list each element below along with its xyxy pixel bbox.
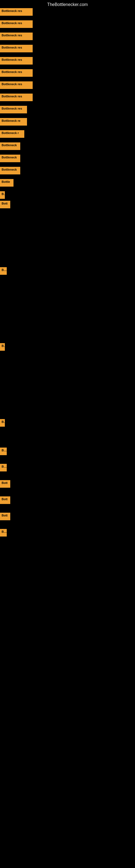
bottleneck-button-11[interactable]: Bottleneck r [0, 130, 24, 138]
bottleneck-button-21[interactable]: Bo [0, 447, 7, 455]
bottleneck-button-1[interactable]: Bottleneck res [0, 8, 33, 16]
bottleneck-button-9[interactable]: Bottleneck res [0, 106, 27, 113]
bottleneck-button-3[interactable]: Bottleneck res [0, 33, 33, 40]
bottleneck-button-25[interactable]: Bott [0, 513, 10, 520]
bottleneck-button-19[interactable]: B [0, 343, 5, 351]
bottleneck-button-6[interactable]: Bottleneck res [0, 69, 33, 77]
bottleneck-button-2[interactable]: Bottleneck res [0, 20, 33, 28]
bottleneck-button-17[interactable]: Bott [0, 201, 10, 208]
bottleneck-button-26[interactable]: Bo [0, 529, 7, 536]
bottleneck-button-14[interactable]: Bottleneck [0, 167, 20, 175]
bottleneck-button-12[interactable]: Bottleneck [0, 143, 20, 150]
bottleneck-button-22[interactable]: Bo [0, 464, 7, 471]
bottleneck-button-13[interactable]: Bottleneck [0, 155, 20, 162]
bottleneck-button-20[interactable]: B [0, 419, 5, 427]
bottleneck-button-18[interactable]: Bo [0, 267, 7, 275]
bottleneck-button-10[interactable]: Bottleneck re [0, 118, 27, 126]
bottleneck-button-7[interactable]: Bottleneck res [0, 82, 33, 89]
site-title: TheBottlenecker.com [47, 2, 88, 7]
bottleneck-button-24[interactable]: Bott [0, 496, 10, 504]
bottleneck-button-5[interactable]: Bottleneck res [0, 57, 33, 65]
bottleneck-button-8[interactable]: Bottleneck res [0, 94, 33, 101]
bottleneck-button-23[interactable]: Bott [0, 480, 10, 488]
bottleneck-button-16[interactable]: B [0, 191, 5, 199]
bottleneck-button-4[interactable]: Bottleneck res [0, 45, 33, 52]
bottleneck-button-15[interactable]: Bottle [0, 179, 13, 187]
